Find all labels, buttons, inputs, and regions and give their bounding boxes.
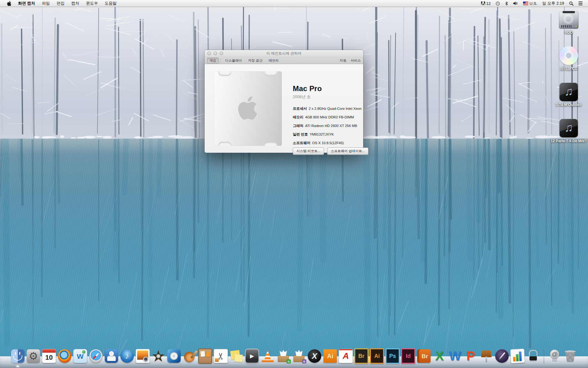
- dock-chip-calipers-icon[interactable]: [526, 349, 540, 363]
- music-note-file-icon: [560, 119, 578, 137]
- dock-firefox-icon[interactable]: [58, 349, 72, 363]
- tab-overview[interactable]: 개요: [207, 58, 219, 63]
- dock-trash-icon[interactable]: [563, 349, 577, 363]
- window-title-bar[interactable]: 이 매킨토시에 관하여: [205, 50, 363, 57]
- icon-letter: W: [449, 350, 461, 362]
- dock-corkboard-icon[interactable]: [198, 349, 212, 363]
- menu-capture[interactable]: 캡처: [68, 0, 83, 7]
- tab-displays[interactable]: 디스플레이: [223, 58, 244, 63]
- time-machine-menu[interactable]: [493, 0, 503, 7]
- dock-illustrator-cs3-icon[interactable]: Ai: [323, 349, 337, 363]
- close-button[interactable]: [207, 52, 211, 55]
- dock-safari-icon[interactable]: [89, 349, 103, 363]
- wallpaper-water: [0, 139, 588, 368]
- tab-service[interactable]: 서비스: [351, 58, 361, 63]
- iphoto-app-icon: [136, 349, 150, 363]
- menu-edit[interactable]: 편집: [53, 0, 68, 7]
- tower-foot-left: [218, 142, 232, 146]
- itunes-app-icon: [120, 349, 134, 363]
- window-controls: [207, 52, 223, 55]
- menu-help[interactable]: 도움말: [101, 0, 120, 7]
- icon-letter: X: [312, 352, 317, 360]
- calendar-app-icon: 10: [42, 349, 56, 363]
- desktop-icon-hdd[interactable]: HDD: [549, 12, 588, 35]
- tower-handle-left: [218, 71, 232, 76]
- dock-photoshop-icon[interactable]: Ps: [386, 349, 400, 363]
- dock-calendar-icon[interactable]: 10: [42, 349, 56, 363]
- bridge-cs5-app-icon: Br: [354, 348, 368, 364]
- dock-finder-icon[interactable]: [11, 349, 25, 363]
- dock-illustrator-cs5-icon[interactable]: Ai: [370, 349, 384, 363]
- dock-archive-purple-icon[interactable]: G: [292, 349, 306, 363]
- bluetooth-menu[interactable]: [503, 0, 511, 7]
- software-update-button[interactable]: 소프트웨어 업데이트...: [327, 148, 368, 155]
- tab-support[interactable]: 지원: [340, 58, 346, 63]
- powerpoint-app-icon: P: [464, 349, 477, 363]
- apple-menu[interactable]: [4, 0, 15, 7]
- input-source-menu[interactable]: U.S.: [521, 0, 540, 7]
- dock-at-spring-icon[interactable]: @: [548, 349, 562, 363]
- dock-media-player-icon[interactable]: [245, 349, 259, 363]
- volume-menu[interactable]: [511, 0, 521, 7]
- dock-bridge-cs5-icon[interactable]: Br: [354, 349, 368, 363]
- vlc-app-icon: [261, 349, 274, 363]
- dock-itunes-icon[interactable]: [120, 349, 134, 363]
- archive-purple-app-icon: G: [292, 349, 306, 363]
- cd-disc-icon: [559, 46, 578, 65]
- icon-letter: 10: [45, 354, 53, 361]
- dock-numbers-icon[interactable]: [511, 349, 525, 363]
- zoom-button[interactable]: [220, 52, 223, 55]
- dock-keynote-icon[interactable]: [479, 349, 493, 363]
- menu-file[interactable]: 파일: [39, 0, 53, 7]
- dock-excel-icon[interactable]: X: [432, 349, 447, 363]
- desktop-icon-audio-track-12[interactable]: 12 Parle-T-Il De Moi?: [549, 119, 588, 144]
- icon-letter: X: [435, 350, 444, 362]
- menu-bar-left: 화면 캡처 파일 편집 캡처 윈도우 도움말: [0, 0, 120, 7]
- dock: 10wGGXAiABrAiPsIdBrXWP@: [0, 344, 588, 368]
- dock-pages-icon[interactable]: [495, 349, 509, 363]
- menu-window[interactable]: 윈도우: [83, 0, 101, 7]
- about-toolbar: 개요 디스플레이 저장 공간 메모리 지원 서비스: [205, 57, 363, 64]
- dock-scissors-photo-icon[interactable]: [214, 349, 228, 363]
- dock-idvd-icon[interactable]: [167, 349, 181, 363]
- dock-word-icon[interactable]: W: [448, 349, 462, 363]
- dock-vlc-icon[interactable]: [261, 349, 275, 363]
- photoshop-app-icon: Ps: [386, 348, 400, 364]
- dock-indesign-icon[interactable]: Id: [401, 349, 415, 363]
- tab-storage[interactable]: 저장 공간: [246, 58, 265, 63]
- dock-w-globe-app-icon[interactable]: w: [73, 349, 87, 363]
- dock-x-circle-icon[interactable]: X: [307, 349, 322, 363]
- clock-menu[interactable]: 일 오후 2:19: [540, 0, 567, 7]
- stickies-app-icon: [230, 349, 243, 363]
- desktop-icon-audio-track-1[interactable]: 1 Tu M'Oublies: [549, 83, 588, 107]
- dock-archive-green-icon[interactable]: G: [276, 349, 290, 363]
- notification-center-menu[interactable]: [576, 0, 585, 7]
- spec-memory: 메모리4GB 800 MHz DDR2 FB-DIMM: [293, 115, 359, 120]
- adobe-updater-menu[interactable]: 12: [479, 0, 493, 7]
- media-player-app-icon: [245, 349, 259, 363]
- icon-letter: A: [343, 352, 349, 360]
- dock-bridge-cs3-icon[interactable]: Br: [417, 349, 431, 363]
- desktop-icon-label: 오디오 CD: [560, 67, 578, 71]
- system-report-button[interactable]: 시스템 리포트...: [293, 148, 324, 155]
- dock-imovie-icon[interactable]: [151, 349, 165, 363]
- spotlight-menu[interactable]: [567, 0, 576, 7]
- dock-acrobat-icon[interactable]: A: [339, 349, 353, 363]
- app-menu-title[interactable]: 화면 캡처: [15, 0, 39, 7]
- dock-powerpoint-icon[interactable]: P: [464, 349, 478, 363]
- minimize-button[interactable]: [213, 52, 217, 55]
- dock-system-preferences-icon[interactable]: [26, 349, 40, 363]
- spec-processor: 프로세서2 x 2.8GHz Quad-Core Intel Xeon: [293, 106, 359, 111]
- icon-letter: w: [77, 352, 84, 360]
- dock-toast-burner-icon[interactable]: [104, 349, 119, 363]
- dock-stickies-icon[interactable]: [229, 349, 243, 363]
- chip-calipers-app-icon: [526, 349, 540, 363]
- window-title: 이 매킨토시에 관하여: [266, 51, 302, 56]
- dock-garageband-icon[interactable]: [183, 349, 197, 363]
- tab-memory[interactable]: 메모리: [266, 58, 281, 63]
- word-app-icon: W: [448, 349, 462, 363]
- model-year: 2008년 초: [293, 94, 359, 100]
- icon-letter: P: [466, 350, 475, 362]
- desktop-icon-audio-cd[interactable]: 오디오 CD: [549, 46, 588, 71]
- dock-iphoto-icon[interactable]: [136, 349, 150, 363]
